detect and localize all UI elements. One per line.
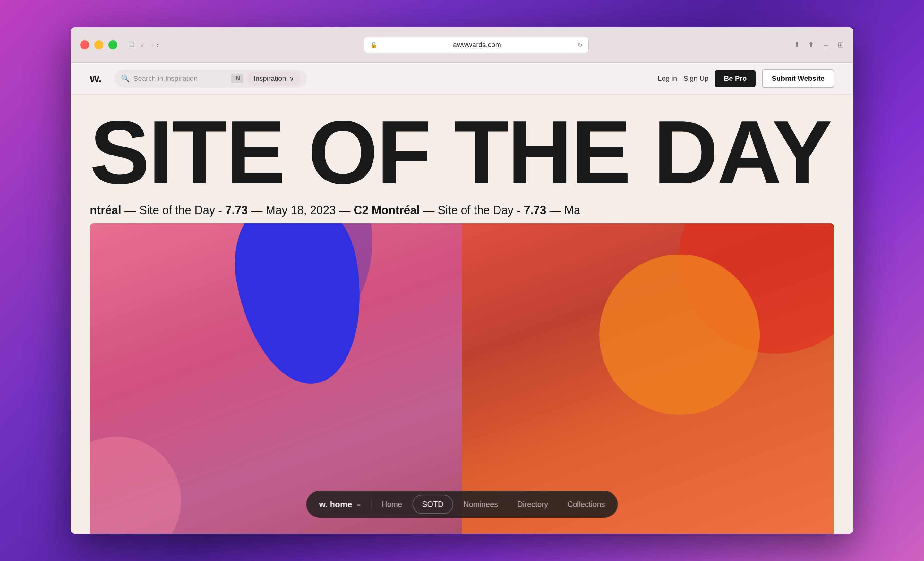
hero-title: SITE OF THE DAY — [90, 108, 834, 197]
download-icon[interactable]: ⬇ — [794, 40, 800, 49]
submit-website-button[interactable]: Submit Website — [762, 69, 834, 88]
hero-section: SITE OF THE DAY ntréal — Site of the Day… — [70, 94, 854, 534]
search-category[interactable]: Inspiration ∨ — [247, 72, 301, 85]
subtitle-part-8: — Ma — [546, 203, 580, 217]
subtitle-part-2: — Site of the Day - — [121, 203, 225, 217]
subtitle-part-7: 7.73 — [524, 203, 546, 217]
back-arrow-icon[interactable]: ‹ — [151, 40, 154, 49]
lock-icon: 🔒 — [370, 41, 377, 48]
forward-arrow-icon[interactable]: › — [156, 40, 159, 49]
bottom-nav-logo: w. home — [319, 500, 352, 509]
maximize-button[interactable] — [108, 40, 117, 49]
hero-subtitle-bar: ntréal — Site of the Day - 7.73 — May 18… — [70, 203, 854, 223]
title-bar-controls: ⊟ ∨ — [129, 41, 145, 49]
new-tab-icon[interactable]: ＋ — [822, 40, 830, 50]
nav-bar: w. 🔍 Search in Inspiration IN Inspiratio… — [70, 63, 854, 94]
chevron-down-icon: ∨ — [290, 75, 294, 82]
be-pro-button[interactable]: Be Pro — [715, 70, 756, 87]
subtitle-part-3: 7.73 — [225, 203, 248, 217]
title-bar-right: ⬇ ⬆ ＋ ⊞ — [794, 40, 844, 50]
subtitle-part-1: ntréal — [90, 203, 121, 217]
search-category-label: Inspiration — [254, 74, 286, 83]
nav-item-collections[interactable]: Collections — [558, 495, 614, 513]
logo[interactable]: w. — [90, 72, 102, 85]
sidebar-toggle-icon[interactable]: ⊟ — [129, 41, 135, 49]
hero-image-container: w. home ≡ Home SOTD Nominees — [90, 223, 834, 534]
hamburger-icon[interactable]: ≡ — [357, 500, 361, 509]
minimize-button[interactable] — [94, 40, 103, 49]
bottom-nav-items: Home SOTD Nominees Directory Collections — [372, 495, 614, 514]
address-bar[interactable]: 🔒 awwwards.com ↻ — [364, 37, 589, 53]
browser-window: ⊟ ∨ ‹ › 🔒 awwwards.com ↻ ⬇ ⬆ ＋ ⊞ w. 🔍 Se… — [70, 27, 854, 534]
chevron-small-icon: ∨ — [140, 41, 145, 49]
grid-icon[interactable]: ⊞ — [837, 40, 844, 49]
shape-orange — [599, 254, 760, 415]
share-icon[interactable]: ⬆ — [808, 40, 814, 49]
subtitle-part-6: — Site of the Day - — [420, 203, 524, 217]
address-bar-container: 🔒 awwwards.com ↻ — [165, 37, 788, 53]
close-button[interactable] — [80, 40, 89, 49]
refresh-icon[interactable]: ↻ — [577, 41, 583, 49]
hero-canvas: w. home ≡ Home SOTD Nominees — [90, 223, 834, 534]
subtitle-part-4: — May 18, 2023 — — [248, 203, 354, 217]
login-link[interactable]: Log in — [658, 74, 677, 83]
nav-arrows: ‹ › — [151, 40, 159, 49]
search-icon: 🔍 — [121, 74, 130, 83]
signup-link[interactable]: Sign Up — [683, 74, 708, 83]
url-text[interactable]: awwwards.com — [381, 41, 574, 49]
nav-divider — [371, 500, 371, 509]
nav-item-home[interactable]: Home — [372, 495, 411, 513]
hero-title-area: SITE OF THE DAY — [70, 94, 854, 203]
search-badge: IN — [231, 74, 243, 83]
title-bar: ⊟ ∨ ‹ › 🔒 awwwards.com ↻ ⬇ ⬆ ＋ ⊞ — [70, 27, 854, 63]
nav-actions: Log in Sign Up Be Pro Submit Website — [658, 69, 834, 88]
bottom-nav-brand[interactable]: w. home ≡ — [310, 495, 370, 514]
nav-item-directory[interactable]: Directory — [508, 495, 557, 513]
traffic-lights — [80, 40, 117, 49]
search-bar[interactable]: 🔍 Search in Inspiration IN Inspiration ∨ — [114, 70, 307, 88]
nav-item-sotd[interactable]: SOTD — [412, 495, 453, 514]
search-input[interactable]: Search in Inspiration — [134, 74, 227, 83]
bottom-nav: w. home ≡ Home SOTD Nominees — [306, 491, 618, 518]
subtitle-part-5: C2 Montréal — [354, 203, 420, 217]
nav-item-nominees[interactable]: Nominees — [454, 495, 507, 513]
